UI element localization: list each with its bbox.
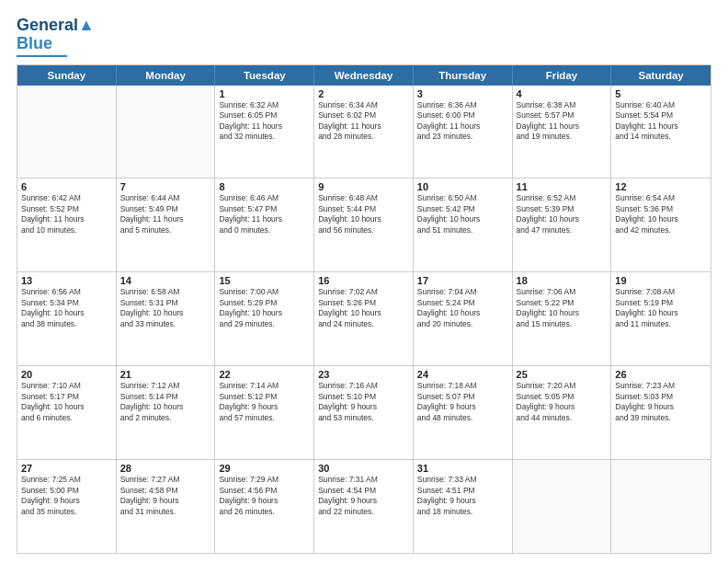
cell-text: Sunrise: 7:18 AM — [417, 381, 508, 391]
cell-text: Sunset: 5:07 PM — [417, 392, 508, 402]
cell-text: Sunrise: 6:38 AM — [517, 100, 608, 110]
cell-text: Sunrise: 6:40 AM — [615, 100, 707, 110]
cell-text: Sunset: 4:58 PM — [120, 486, 211, 496]
cell-text: and 32 minutes. — [219, 132, 310, 142]
day-number: 1 — [219, 88, 310, 99]
cell-text: and 51 minutes. — [417, 225, 508, 236]
calendar-cell: 27Sunrise: 7:25 AMSunset: 5:00 PMDayligh… — [17, 460, 117, 553]
cell-text: Daylight: 11 hours — [615, 121, 707, 132]
cell-text: Sunrise: 7:16 AM — [318, 381, 409, 391]
day-number: 10 — [417, 181, 508, 192]
cell-text: and 29 minutes. — [219, 319, 310, 329]
cell-text: Sunset: 4:51 PM — [417, 486, 508, 496]
cell-text: Sunrise: 6:54 AM — [615, 193, 707, 203]
cell-text: and 22 minutes. — [318, 507, 409, 517]
calendar-cell: 14Sunrise: 6:58 AMSunset: 5:31 PMDayligh… — [117, 272, 216, 365]
logo-text2: Blue — [17, 35, 52, 53]
calendar-row-2: 13Sunrise: 6:56 AMSunset: 5:34 PMDayligh… — [17, 271, 711, 365]
cell-text: and 14 minutes. — [615, 132, 707, 142]
cell-text: and 2 minutes. — [120, 413, 211, 423]
day-number: 4 — [517, 88, 608, 99]
calendar-cell: 7Sunrise: 6:44 AMSunset: 5:49 PMDaylight… — [117, 178, 216, 271]
day-number: 31 — [417, 463, 508, 474]
cell-text: and 19 minutes. — [517, 132, 608, 142]
day-number: 14 — [120, 275, 211, 286]
calendar-cell: 8Sunrise: 6:46 AMSunset: 5:47 PMDaylight… — [215, 178, 314, 271]
calendar-cell: 9Sunrise: 6:48 AMSunset: 5:44 PMDaylight… — [314, 178, 414, 271]
cell-text: and 44 minutes. — [517, 413, 608, 423]
cell-text: and 38 minutes. — [21, 319, 112, 329]
cell-text: Daylight: 11 hours — [318, 121, 409, 132]
cell-text: Sunrise: 6:32 AM — [219, 100, 310, 110]
cell-text: Sunrise: 7:25 AM — [21, 475, 112, 485]
cell-text: Sunrise: 7:12 AM — [120, 381, 211, 391]
cell-text: Sunset: 5:49 PM — [120, 204, 211, 214]
cell-text: and 57 minutes. — [219, 413, 310, 423]
day-number: 25 — [517, 369, 608, 380]
cell-text: Sunset: 5:22 PM — [517, 298, 608, 308]
cell-text: Daylight: 11 hours — [21, 214, 112, 224]
cell-text: and 10 minutes. — [21, 225, 112, 236]
cell-text: Sunrise: 6:58 AM — [120, 287, 211, 297]
cell-text: Sunrise: 6:50 AM — [417, 193, 508, 203]
cell-text: Daylight: 9 hours — [318, 496, 409, 506]
calendar-cell: 16Sunrise: 7:02 AMSunset: 5:26 PMDayligh… — [314, 272, 414, 365]
weekday-header-friday: Friday — [513, 65, 612, 86]
day-number: 30 — [318, 463, 409, 474]
cell-text: Sunset: 5:19 PM — [615, 298, 707, 308]
calendar-cell: 20Sunrise: 7:10 AMSunset: 5:17 PMDayligh… — [17, 366, 117, 459]
cell-text: Daylight: 10 hours — [21, 402, 112, 412]
calendar-cell: 10Sunrise: 6:50 AMSunset: 5:42 PMDayligh… — [414, 178, 513, 271]
calendar-cell — [513, 460, 612, 553]
cell-text: Sunrise: 7:27 AM — [120, 475, 211, 485]
calendar-cell — [17, 86, 117, 178]
calendar: SundayMondayTuesdayWednesdayThursdayFrid… — [17, 64, 711, 554]
cell-text: and 31 minutes. — [120, 507, 211, 517]
cell-text: Sunrise: 6:46 AM — [219, 193, 310, 203]
cell-text: Sunrise: 7:10 AM — [21, 381, 112, 391]
cell-text: and 23 minutes. — [417, 132, 508, 142]
calendar-cell: 26Sunrise: 7:23 AMSunset: 5:03 PMDayligh… — [611, 366, 711, 459]
day-number: 6 — [21, 181, 112, 192]
cell-text: Sunset: 5:00 PM — [21, 486, 112, 496]
day-number: 8 — [219, 181, 310, 192]
cell-text: and 33 minutes. — [120, 319, 211, 329]
cell-text: Sunset: 5:39 PM — [517, 204, 608, 214]
cell-text: and 15 minutes. — [517, 319, 608, 329]
calendar-cell: 6Sunrise: 6:42 AMSunset: 5:52 PMDaylight… — [17, 178, 117, 271]
calendar-cell: 15Sunrise: 7:00 AMSunset: 5:29 PMDayligh… — [215, 272, 314, 365]
calendar-cell: 2Sunrise: 6:34 AMSunset: 6:02 PMDaylight… — [314, 86, 414, 178]
calendar-cell: 23Sunrise: 7:16 AMSunset: 5:10 PMDayligh… — [314, 366, 414, 459]
cell-text: and 35 minutes. — [21, 507, 112, 517]
calendar-cell: 1Sunrise: 6:32 AMSunset: 6:05 PMDaylight… — [215, 86, 314, 178]
cell-text: Sunset: 5:47 PM — [219, 204, 310, 214]
cell-text: and 56 minutes. — [318, 225, 409, 236]
cell-text: and 5 minutes. — [120, 225, 211, 236]
cell-text: Sunset: 5:57 PM — [517, 110, 608, 121]
cell-text: Sunset: 5:26 PM — [318, 298, 409, 308]
cell-text: Sunrise: 6:36 AM — [417, 100, 508, 110]
weekday-header-wednesday: Wednesday — [314, 65, 414, 86]
cell-text: Daylight: 10 hours — [120, 402, 211, 412]
cell-text: Sunrise: 7:04 AM — [417, 287, 508, 297]
cell-text: and 42 minutes. — [615, 225, 707, 236]
cell-text: and 28 minutes. — [318, 132, 409, 142]
cell-text: Sunset: 5:29 PM — [219, 298, 310, 308]
cell-text: Daylight: 10 hours — [21, 308, 112, 318]
calendar-cell — [117, 86, 216, 178]
cell-text: Daylight: 10 hours — [417, 214, 508, 224]
day-number: 12 — [615, 181, 707, 192]
calendar-row-0: 1Sunrise: 6:32 AMSunset: 6:05 PMDaylight… — [17, 86, 711, 178]
cell-text: Daylight: 10 hours — [615, 214, 707, 224]
day-number: 23 — [318, 369, 409, 380]
logo: General▲ Blue — [17, 17, 95, 57]
cell-text: Sunset: 5:52 PM — [21, 204, 112, 214]
cell-text: Sunrise: 7:02 AM — [318, 287, 409, 297]
cell-text: Daylight: 11 hours — [120, 214, 211, 224]
calendar-body: 1Sunrise: 6:32 AMSunset: 6:05 PMDaylight… — [17, 86, 711, 553]
calendar-header: SundayMondayTuesdayWednesdayThursdayFrid… — [17, 65, 711, 86]
cell-text: and 53 minutes. — [318, 413, 409, 423]
cell-text: and 6 minutes. — [21, 413, 112, 423]
cell-text: Sunset: 5:24 PM — [417, 298, 508, 308]
day-number: 19 — [615, 275, 707, 286]
